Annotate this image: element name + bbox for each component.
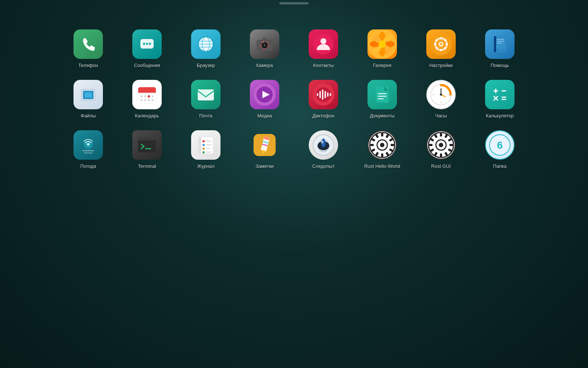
app-notes[interactable]: Заметки [235, 123, 294, 173]
app-tracker[interactable]: Следопыт [294, 123, 353, 173]
folder-icon: 6 [485, 130, 514, 160]
rust-gui-icon [426, 130, 456, 160]
gallery-label: Галерея [373, 63, 391, 69]
svg-rect-73 [378, 93, 387, 94]
svg-rect-56 [140, 99, 143, 101]
svg-point-30 [379, 40, 386, 48]
svg-rect-69 [325, 91, 326, 98]
browser-label: Браузер [197, 63, 215, 69]
help-label: Помощь [491, 63, 509, 69]
svg-rect-55 [151, 95, 154, 98]
app-grid: Телефон Сообщения Браузер [0, 0, 588, 181]
app-rust-gui[interactable]: Rust GUI [412, 123, 470, 173]
messages-label: Сообщения [134, 63, 160, 69]
svg-rect-58 [148, 99, 150, 101]
notes-label: Заметки [255, 163, 274, 170]
media-label: Медиа [257, 113, 272, 119]
terminal-label: Terminal [138, 163, 156, 170]
app-files[interactable]: Файлы [59, 72, 118, 123]
app-calculator[interactable]: Калькулятор [470, 72, 529, 123]
app-help[interactable]: Помощь [470, 22, 529, 72]
app-mail[interactable]: Почта [176, 72, 235, 123]
clock-icon [426, 80, 456, 109]
svg-point-103 [202, 144, 205, 146]
app-clock[interactable]: Часы [412, 72, 470, 123]
gallery-icon [368, 29, 397, 59]
contacts-label: Контакты [313, 63, 334, 69]
calculator-label: Калькулятор [486, 113, 514, 119]
tracker-icon [309, 130, 338, 160]
svg-point-1 [143, 43, 145, 45]
app-media[interactable]: Медиа [235, 72, 294, 123]
svg-point-122 [380, 143, 384, 147]
app-folder[interactable]: 6 Папка [470, 123, 529, 173]
svg-rect-42 [496, 38, 505, 49]
svg-rect-50 [138, 93, 156, 103]
folder-label: Папка [493, 163, 507, 170]
rust-hello-icon [368, 130, 397, 160]
app-terminal[interactable]: Terminal [118, 123, 176, 173]
svg-rect-100 [198, 137, 201, 154]
svg-point-14 [264, 45, 265, 46]
app-weather[interactable]: Погода [59, 123, 118, 173]
weather-icon [74, 130, 103, 160]
app-gallery[interactable]: Галерея [353, 22, 412, 72]
settings-icon [426, 29, 456, 59]
svg-rect-52 [140, 95, 143, 98]
files-label: Файлы [80, 113, 96, 119]
journal-label: Журнал [197, 163, 214, 170]
svg-rect-94 [82, 150, 94, 151]
mail-icon [191, 80, 220, 109]
app-calendar[interactable]: Календарь [118, 72, 176, 123]
app-phone[interactable]: Телефон [59, 22, 118, 72]
phone-label: Телефон [78, 63, 98, 69]
svg-rect-51 [138, 93, 156, 94]
messages-icon [132, 29, 162, 59]
svg-rect-53 [144, 95, 146, 98]
contacts-icon [309, 29, 338, 59]
svg-rect-54 [148, 95, 150, 98]
app-browser[interactable]: Браузер [176, 22, 235, 72]
svg-rect-126 [391, 144, 394, 146]
svg-rect-108 [206, 152, 211, 153]
calendar-icon [132, 80, 162, 109]
svg-point-119 [321, 141, 323, 144]
dictaphone-label: Диктофон [312, 113, 334, 119]
app-camera[interactable]: Камера [235, 22, 294, 72]
svg-rect-57 [144, 99, 146, 101]
svg-rect-66 [317, 93, 318, 96]
app-rust-hello[interactable]: Rust Hello-World [353, 123, 412, 173]
svg-point-107 [202, 151, 205, 153]
terminal-icon [132, 130, 162, 160]
svg-text:6: 6 [497, 139, 503, 151]
svg-point-3 [149, 43, 151, 45]
browser-icon [191, 29, 220, 59]
calendar-label: Календарь [135, 113, 159, 119]
camera-label: Камера [256, 63, 273, 69]
app-messages[interactable]: Сообщения [118, 22, 176, 72]
files-icon [74, 80, 103, 109]
svg-point-35 [440, 43, 442, 45]
mail-label: Почта [199, 113, 212, 119]
app-documents[interactable]: Документы [353, 72, 412, 123]
svg-rect-102 [206, 141, 212, 142]
app-dictaphone[interactable]: Диктофон [294, 72, 353, 123]
settings-label: Настройки [429, 63, 453, 69]
svg-rect-104 [206, 144, 212, 145]
svg-rect-141 [449, 144, 453, 146]
svg-rect-147 [429, 144, 433, 146]
app-contacts[interactable]: Контакты [294, 22, 353, 72]
media-icon [250, 80, 279, 109]
svg-point-93 [87, 143, 89, 145]
top-handle [279, 2, 309, 4]
svg-rect-106 [206, 148, 210, 149]
weather-label: Погода [80, 163, 96, 170]
svg-rect-129 [381, 153, 383, 157]
app-settings[interactable]: Настройки [412, 22, 470, 72]
tracker-label: Следопыт [312, 163, 334, 170]
camera-icon [250, 29, 279, 59]
svg-rect-67 [319, 91, 321, 98]
app-journal[interactable]: Журнал [176, 123, 235, 173]
documents-icon [368, 80, 397, 109]
journal-icon [191, 130, 220, 160]
